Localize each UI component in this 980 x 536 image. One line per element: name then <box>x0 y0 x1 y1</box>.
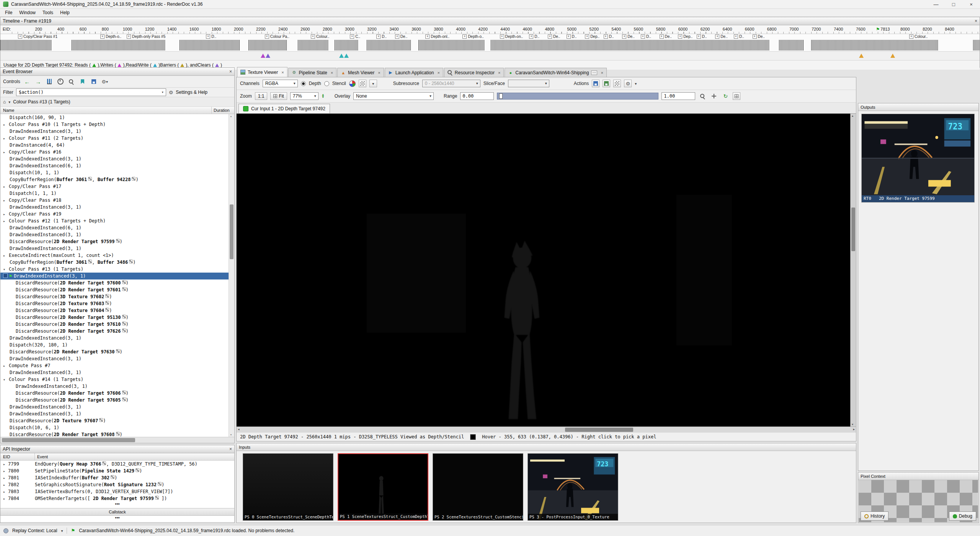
eid-tick-label[interactable]: 4000 <box>456 27 465 31</box>
replay-context-label[interactable]: Replay Context: Local <box>12 528 57 533</box>
event-row[interactable]: DrawIndexedInstanced(3, 1) <box>0 335 229 342</box>
flip-y-icon[interactable]: ▲▼ <box>322 94 325 98</box>
eid-tick-label[interactable]: 6000 <box>678 27 688 31</box>
expand-plus-icon[interactable]: + <box>529 34 533 39</box>
event-row[interactable]: DrawIndexedInstanced(3, 1) <box>0 404 229 410</box>
event-tree-hscrollbar[interactable] <box>0 437 234 443</box>
zoom-range-button[interactable] <box>698 92 707 101</box>
expand-plus-icon[interactable]: + <box>311 34 315 39</box>
channels-select[interactable]: RGBA <box>263 80 298 87</box>
eid-tick-label[interactable]: 7200 <box>812 27 821 31</box>
timeline-pass-label[interactable]: +D.. <box>376 34 387 39</box>
timeline-pass-label[interactable]: +De.. <box>660 34 672 39</box>
eid-tick-label[interactable]: 8400 <box>945 27 954 31</box>
eid-tick-label[interactable]: 4400 <box>500 27 510 31</box>
input-thumbnail-ps3[interactable]: 723 PS 3 - PostProcessInput_0_Texture <box>528 453 618 521</box>
expand-plus-icon[interactable]: + <box>660 34 664 39</box>
eid-tick-label[interactable]: 4200 <box>478 27 487 31</box>
resource-link-icon[interactable] <box>99 418 103 422</box>
debug-button[interactable]: Debug <box>949 511 976 521</box>
expand-plus-icon[interactable]: + <box>697 34 701 39</box>
expand-plus-icon[interactable]: + <box>206 34 210 39</box>
eid-tick-label[interactable]: 1000 <box>123 27 132 31</box>
tree-expand-icon[interactable]: ▸ <box>3 218 9 224</box>
event-row[interactable]: Dispatch(320, 180, 1) <box>0 342 229 348</box>
timeline-pass-label[interactable]: +De.. <box>622 34 634 39</box>
event-row[interactable]: ▸Colour Pass #12 (1 Targets + Depth) <box>0 217 229 224</box>
api-row[interactable]: ▸7803IASetVertexBuffers(0, D3D12_VERTEX_… <box>0 488 234 495</box>
event-row[interactable]: DiscardResource(2D Render Target 97605) <box>0 397 229 404</box>
event-browser-close-icon[interactable]: × <box>229 69 232 74</box>
menu-tools[interactable]: Tools <box>39 9 57 16</box>
event-row[interactable]: DrawIndexedInstanced(3, 1) <box>0 204 229 211</box>
expand-plus-icon[interactable]: + <box>753 34 757 39</box>
next-event-button[interactable]: → <box>34 77 42 86</box>
texture-view[interactable]: ▴ ▾ <box>237 114 856 427</box>
expand-plus-icon[interactable]: + <box>678 34 682 39</box>
export-button[interactable] <box>90 77 98 86</box>
menu-file[interactable]: File <box>2 9 16 16</box>
expand-plus-icon[interactable]: + <box>585 34 589 39</box>
event-row[interactable]: DiscardResource(2D Texture 97607) <box>0 417 229 424</box>
column-name[interactable]: Name <box>0 107 212 114</box>
event-row[interactable]: DiscardResource(2D Texture 97603) <box>0 300 229 307</box>
event-row[interactable]: Dispatch(10, 6, 1) <box>0 424 229 431</box>
timeline-pass-label[interactable]: +Depth-on.. <box>500 34 523 39</box>
column-eid[interactable]: EID <box>0 453 35 460</box>
timeline-pass-label[interactable]: +Colour.. <box>909 34 928 39</box>
resource-link-icon[interactable] <box>122 397 126 401</box>
event-row[interactable]: DrawIndexedInstanced(6, 1) <box>0 224 229 231</box>
timeline-pass-label[interactable]: +Dep.. <box>585 34 599 39</box>
checkerboard-background-button[interactable] <box>359 80 366 87</box>
zoom-percent-select[interactable]: 77% <box>290 92 318 100</box>
replay-context-chevron-icon[interactable]: ▾ <box>61 529 63 533</box>
overlay-select[interactable]: None <box>353 92 434 100</box>
tree-expand-icon[interactable]: ▸ <box>3 211 9 217</box>
texture-hscrollbar[interactable]: ◂ ▸ <box>237 427 856 433</box>
current-input-subtab[interactable]: Cur Input 1 - 2D Depth Target 97492 <box>238 104 330 113</box>
event-row[interactable]: DiscardResource(2D Render Target 97626) <box>0 328 229 335</box>
filter-input[interactable]: $action() <box>16 88 166 96</box>
tab-texture-viewer[interactable]: Texture Viewer × <box>237 67 287 77</box>
resource-link-icon[interactable] <box>122 391 126 394</box>
tab-overflow-icon[interactable]: ⋯ <box>591 70 597 75</box>
event-row[interactable]: DrawIndexedInstanced(3, 1) <box>0 245 229 252</box>
event-row[interactable]: DrawInstanced(4, 64) <box>0 142 229 149</box>
reset-range-button[interactable]: ↻ <box>721 92 730 101</box>
tree-expand-icon[interactable]: ▸ <box>3 363 9 369</box>
event-row[interactable]: DiscardResource(2D Texture 97604) <box>0 307 229 314</box>
timeline-pass-label[interactable]: +De.. <box>715 34 727 39</box>
api-row[interactable]: ▸7801IASetIndexBuffer(Buffer 302) <box>0 474 234 481</box>
texture-settings-button[interactable]: ⚙ <box>624 80 632 87</box>
timeline-pass-label[interactable]: +D.. <box>734 34 744 39</box>
tab-launch-application[interactable]: ▶ Launch Application × <box>385 68 443 77</box>
range-max-input[interactable]: 1.00 <box>662 92 695 100</box>
eid-tick-label[interactable]: 6400 <box>723 27 732 31</box>
eid-tick-label[interactable]: 4800 <box>545 27 554 31</box>
event-row[interactable]: DiscardResource(2D Render Target 95130) <box>0 314 229 321</box>
eid-tick-label[interactable]: 6200 <box>701 27 710 31</box>
event-row[interactable]: DiscardResource(2D Render Target 97601) <box>0 286 229 293</box>
resource-link-icon[interactable] <box>105 308 109 312</box>
event-row[interactable]: DiscardResource(2D Render Target 97600) <box>0 279 229 286</box>
timeline-bars[interactable]: +Copy/Clear Pass #1+Depth-o..+Depth-only… <box>0 34 980 52</box>
event-row[interactable]: DiscardResource(3D Texture 97602) <box>0 293 229 300</box>
timeline-pass-label[interactable]: +Depth-only Pass #5 <box>127 34 165 39</box>
tree-expand-icon[interactable]: ▸ <box>3 468 8 475</box>
scroll-right-icon[interactable]: ▸ <box>853 427 855 431</box>
event-row[interactable]: ▾Colour Pass #14 (1 Targets) <box>0 376 229 383</box>
tree-expand-icon[interactable]: ▸ <box>3 252 9 259</box>
histogram-button[interactable] <box>733 92 740 100</box>
eid-tick-label[interactable]: 5800 <box>656 27 665 31</box>
home-icon[interactable]: ⌂ <box>3 99 6 105</box>
expand-plus-icon[interactable]: + <box>127 34 131 39</box>
tree-expand-icon[interactable]: ▸ <box>3 135 9 142</box>
tree-collapse-icon[interactable]: ▾ <box>3 266 9 273</box>
pick-pixel-button[interactable] <box>710 92 718 101</box>
eid-tick-label[interactable]: 7400 <box>834 27 843 31</box>
resource-link-icon[interactable] <box>122 315 126 319</box>
resource-link-icon[interactable] <box>116 432 120 436</box>
tree-expand-icon[interactable]: ▸ <box>3 197 9 204</box>
duration-button[interactable] <box>56 77 65 86</box>
eid-tick-label[interactable]: 3600 <box>412 27 421 31</box>
